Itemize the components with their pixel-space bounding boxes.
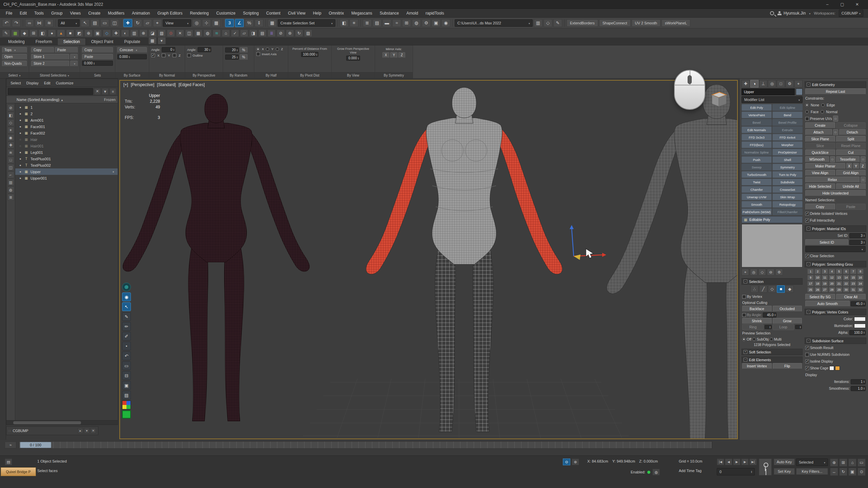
frozen-toggle-icon[interactable]: ●	[113, 170, 114, 174]
maximize-viewport-icon[interactable]: ▣	[848, 468, 856, 476]
named-selection-set-combo[interactable]: Create Selection Set	[278, 19, 335, 27]
y-coord-value[interactable]: 949.948cm	[617, 459, 635, 463]
macro-script-icon-17[interactable]: ◪	[149, 29, 157, 37]
use-pivot-point-center-icon[interactable]: ◎	[192, 19, 201, 27]
smoothing-group-16[interactable]: 16	[857, 275, 864, 280]
visibility-toggle-icon[interactable]: ●	[19, 157, 22, 161]
open-button[interactable]: Open	[2, 54, 27, 60]
menu-modifiers[interactable]: Modifiers	[104, 9, 128, 17]
smoothing-groups-rollout-header[interactable]: Polygon: Smoothing Grou	[805, 261, 866, 267]
display-lights-icon[interactable]: ☀	[7, 127, 14, 134]
selection-filter-dropdown[interactable]: All	[58, 19, 80, 27]
rectangular-selection-region-icon[interactable]: ▭	[100, 19, 109, 27]
smoothing-group-17[interactable]: 17	[807, 281, 814, 286]
spinner-snap-toggle-icon[interactable]: ⇕	[255, 19, 263, 27]
curve-editor-icon[interactable]: ≈	[392, 19, 401, 27]
preview-off-radio[interactable]	[742, 338, 746, 341]
by-normal-panel-footer[interactable]: By Normal	[149, 72, 185, 78]
toggle-scene-explorer-icon[interactable]: ≣	[363, 19, 372, 27]
visibility-toggle-icon[interactable]: ●	[19, 112, 22, 116]
character-model-left[interactable]	[123, 94, 309, 421]
by-perspective-panel-footer[interactable]: By Perspective	[185, 72, 223, 78]
select-panel-footer[interactable]: Select	[0, 72, 29, 78]
smoothing-group-14[interactable]: 14	[843, 275, 849, 280]
select-by-sg-button[interactable]: Select By SG	[805, 294, 835, 300]
smoothing-group-28[interactable]: 28	[829, 287, 835, 292]
ring-button[interactable]: Ring	[742, 324, 764, 330]
x-coord-value[interactable]: 84.683cm	[592, 459, 608, 463]
ribbon-tab-modeling[interactable]: Modeling	[3, 38, 30, 45]
modifier-button-vertexpaint[interactable]: VertexPaint	[742, 111, 772, 118]
smoothing-group-7[interactable]: 7	[850, 269, 856, 274]
menu-scripting[interactable]: Scripting	[239, 9, 262, 17]
show-end-result-icon[interactable]: ◎	[750, 269, 757, 276]
shrink-button[interactable]: Shrink	[742, 318, 772, 324]
zoom-region-icon[interactable]: ▭	[857, 459, 866, 467]
menu-edit[interactable]: Edit	[16, 9, 31, 17]
minimize-button[interactable]: –	[820, 0, 835, 8]
attach-settings-icon[interactable]	[833, 129, 838, 135]
smoothing-group-22[interactable]: 22	[843, 281, 849, 286]
toggle-layer-explorer-icon[interactable]: ▤	[373, 19, 381, 27]
macro-script-icon-25[interactable]: ⌂	[222, 29, 230, 37]
render-setup-icon[interactable]: ⚙	[422, 19, 431, 27]
outline-checkbox[interactable]	[187, 54, 191, 57]
smoothing-group-32[interactable]: 32	[857, 287, 864, 292]
ring-spinner[interactable]	[765, 325, 771, 329]
eye-icon[interactable]: ◉	[122, 292, 131, 301]
macro-script-icon-26[interactable]: ✓	[231, 29, 239, 37]
modifier-button-smooth[interactable]: Smooth	[742, 201, 772, 208]
unlink-selection-icon[interactable]: ⋈	[35, 19, 44, 27]
show-cage-checkbox[interactable]	[805, 366, 809, 370]
rollout-toggle-icon[interactable]	[807, 227, 810, 230]
color-palette-swatch[interactable]	[122, 401, 131, 409]
store-1-options-icon[interactable]	[70, 54, 78, 60]
modifier-button-ffd-3x3x3[interactable]: FFD 3x3x3	[742, 134, 772, 141]
select-object-icon[interactable]: ↖	[81, 19, 90, 27]
selection-set-dropdown[interactable]: Selected	[796, 459, 828, 466]
modifier-button-unwrap-uvw[interactable]: Unwrap UVW	[742, 194, 772, 200]
modifier-button-chamfer[interactable]: Chamfer	[742, 186, 772, 193]
loop-spinner[interactable]	[795, 325, 802, 329]
explorer-item-textplus002[interactable]: ●TTextPlus002	[15, 162, 118, 168]
smoothing-group-12[interactable]: 12	[829, 275, 835, 280]
half-y-radio[interactable]	[266, 47, 269, 51]
explorer-item-hair[interactable]: ○▦Hair	[15, 136, 118, 143]
marker-icon[interactable]: ✐	[122, 332, 131, 341]
set-key-button[interactable]: Set Key	[774, 468, 795, 475]
smoothing-group-5[interactable]: 5	[836, 269, 842, 274]
display-layers-icon[interactable]: ≣	[7, 194, 14, 201]
make-unique-icon[interactable]: ◇	[758, 269, 766, 276]
macro-script-icon-7[interactable]: ▲	[57, 29, 65, 37]
isoline-display-checkbox[interactable]	[805, 360, 809, 363]
menu-civil-view[interactable]: Civil View	[284, 9, 309, 17]
zoom-icon[interactable]: ⊕	[830, 459, 838, 467]
object-name-field[interactable]: Upper	[742, 88, 795, 95]
modifier-button-prooptimizer[interactable]: ProOptimizer	[772, 149, 803, 156]
snaps-toggle-icon[interactable]: 3	[225, 19, 234, 27]
macro-script-icon-28[interactable]: ◨	[249, 29, 257, 37]
modify-tab-icon[interactable]: ◑	[750, 80, 758, 87]
preserve-uvs-settings-icon[interactable]	[833, 116, 838, 122]
select-and-link-icon[interactable]: ∞	[25, 19, 34, 27]
macro-script-icon-19[interactable]: ⊙	[167, 29, 175, 37]
isolate-icon[interactable]: ⊙	[857, 468, 866, 476]
macro-script-icon-21[interactable]: ◫	[185, 29, 193, 37]
visibility-toggle-icon[interactable]: ○	[19, 138, 22, 141]
random-amount-spinner[interactable]: 25	[225, 55, 239, 60]
go-to-end-button[interactable]: ▶|	[749, 459, 757, 465]
explorer-item-hair001[interactable]: ○▦Hair001	[15, 143, 118, 149]
display-helpers-icon[interactable]: ✚	[7, 142, 14, 148]
random-percent-spinner[interactable]: 20	[225, 47, 239, 53]
smoothing-group-27[interactable]: 27	[822, 287, 828, 292]
clear-selection-checkbox[interactable]	[805, 254, 809, 258]
msmooth-button[interactable]: MSmooth	[805, 156, 829, 162]
toolbar-options-icon[interactable]: ▾	[84, 428, 90, 433]
macro-script-icon-27[interactable]: ▱	[240, 29, 248, 37]
attach-button[interactable]: Attach	[805, 129, 832, 135]
macro-script-icon-13[interactable]: ✚	[112, 29, 120, 37]
character-model-right[interactable]	[607, 84, 737, 439]
menu-customize[interactable]: Customize	[213, 9, 239, 17]
full-interactivity-checkbox[interactable]	[805, 219, 809, 222]
border-mode-icon[interactable]: ◇	[768, 285, 776, 293]
